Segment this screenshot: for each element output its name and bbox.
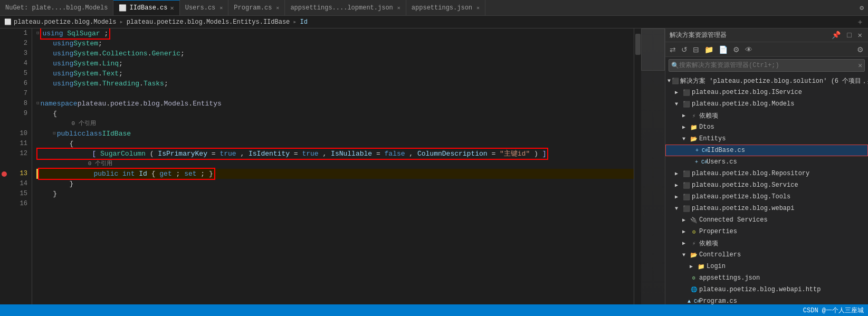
code-line-1: ⊟ using SqlSugar ; [36,28,634,39]
code-line-8: ⊟ namespace plateau . poetize . blog . M… [36,99,634,109]
ln-14: 14 [13,179,27,189]
dtos-label: Dtos [699,123,714,131]
tab-appsettings-dev[interactable]: appsettings....lopment.json ✕ [285,0,406,15]
ln-11: 11 [13,139,27,149]
toolbar-show-all-btn[interactable]: 📄 [717,44,730,55]
tree-project-service[interactable]: ▶ ⬛ plateau.poetize.blog.Service [665,179,868,191]
tree-project-webapi[interactable]: ▼ ⬛ plateau.poetize.blog.webapi [665,203,868,214]
tab-program-close[interactable]: ✕ [276,5,279,11]
code-line-4: using System . Linq ; [36,59,634,69]
ln-7: 7 [13,89,27,99]
tab-appsettings-dev-close[interactable]: ✕ [397,5,400,11]
tree-properties[interactable]: ▶ ⚙ Properties [665,226,868,237]
code-content[interactable]: ⊟ using SqlSugar ; using System ; [32,28,634,304]
tab-iidbase[interactable]: ⬜ IIdBase.cs ✕ [113,0,179,15]
tree-http-file[interactable]: 🌐 plateau.poetize.blog.webapi.http [665,284,868,295]
tab-users[interactable]: Users.cs ✕ [180,0,229,15]
gutter-2 [0,39,8,49]
webapi-arrow: ▼ [675,206,681,212]
repository-arrow: ▶ [675,170,681,177]
tree-view[interactable]: ▼ ⬛ 解决方案 'plateau.poetize.blog.solution'… [665,74,868,304]
toolbar-properties-btn[interactable]: ⚙ [731,44,742,55]
toolbar-collapse-btn[interactable]: ⊟ [691,44,701,55]
toolbar-new-folder-btn[interactable]: 📁 [702,44,716,55]
gutter-12 [0,149,8,159]
gutter-16 [0,199,8,209]
tree-models-dep[interactable]: ▶ ⚡ 依赖项 [665,110,868,121]
ln-8: 8 [13,99,27,109]
tab-nuget[interactable]: NuGet: plate....blog.Models [0,0,113,15]
toolbar-preview-btn[interactable]: 👁 [743,44,755,55]
tree-project-repository[interactable]: ▶ ⬛ plateau.poetize.blog.Repository [665,168,868,179]
tree-project-tools[interactable]: ▶ ⬛ plateau.poetize.blog.Tools [665,191,868,203]
login-label: Login [707,263,726,270]
search-clear-icon[interactable]: ✕ [858,61,862,70]
status-text: CSDN @一个人三座城 [803,306,864,315]
models-dep-icon: ⚡ [690,112,698,119]
breadcrumb-add-icon[interactable]: ＋ [856,17,864,27]
minimap [641,28,665,304]
gutter-area [0,28,8,304]
http-file-arrow [682,287,689,293]
tab-appsettings[interactable]: appsettings.json ✕ [406,0,485,15]
breakpoint-indicator [2,171,7,177]
search-input[interactable] [679,62,858,69]
search-bar[interactable]: 🔍 ✕ [669,59,865,72]
tree-webapi-program-cs[interactable]: ▲ C# Program.cs [665,295,868,304]
service-label: plateau.poetize.blog.Service [692,181,798,189]
code-ref-count-1: 0 个引用 [36,119,634,129]
toolbar-refresh-btn[interactable]: ↺ [679,44,690,55]
prop-def-box: public int Id { get ; set ; } [38,168,215,180]
solution-explorer-title: 解决方案资源管理器 [670,31,727,40]
tree-models-dtos[interactable]: ▶ 📁 Dtos [665,121,868,133]
tree-login-folder[interactable]: ▶ 📁 Login [665,261,868,272]
login-arrow: ▶ [690,263,696,270]
tab-appsettings-close[interactable]: ✕ [476,5,480,11]
webapi-program-cs-label: Program.cs [699,298,737,304]
tree-appsettings-json[interactable]: ⚙ appsettings.json [665,272,868,284]
tab-program[interactable]: Program.cs ✕ [228,0,285,15]
tree-solution-root[interactable]: ▼ ⬛ 解决方案 'plateau.poetize.blog.solution'… [665,75,868,87]
tree-webapi-dep[interactable]: ▶ ⚡ 依赖项 [665,237,868,249]
close-panel-icon[interactable]: ✕ [856,30,864,40]
code-line-12: [ SugarColumn ( IsPrimaryKey = true , Is… [36,149,634,159]
toolbar-sync-btn[interactable]: ⇄ [667,44,678,55]
editor-area[interactable]: 1 2 3 4 5 6 7 8 9 · 10 11 12 · 13 14 15 … [0,28,665,304]
maximize-icon[interactable]: □ [845,31,853,40]
tree-users-cs[interactable]: + C# Users.cs [665,156,868,168]
collapse-10[interactable]: ⊟ [53,129,55,139]
ln-10: 10 [13,129,27,139]
repository-label: plateau.poetize.blog.Repository [692,170,809,177]
gutter-13 [0,169,8,179]
gutter-10 [0,129,8,139]
tree-iidbase-cs[interactable]: + C# IIdBase.cs [665,145,868,156]
gear-icon[interactable]: ⚙ [860,4,864,12]
tree-project-iservice[interactable]: ▶ ⬛ plateau.poetize.blog.IService [665,87,868,98]
collapse-1[interactable]: ⊟ [36,28,39,39]
pin-icon[interactable]: 📌 [830,30,842,40]
connected-services-icon: 🔌 [690,217,698,224]
webapi-dep-arrow: ▶ [682,240,689,246]
code-line-16 [36,199,634,209]
editor-scrollbar[interactable] [634,28,641,304]
users-cs-label: Users.cs [707,158,737,166]
gutter-refcount-b [0,159,8,169]
webapi-program-cs-icon: ▲ C# [690,299,698,304]
tree-connected-services[interactable]: ▶ 🔌 Connected Services [665,214,868,226]
ln-12: 12 [13,149,27,159]
panel-title-bar: 解决方案资源管理器 📌 □ ✕ [665,28,868,42]
tree-project-models[interactable]: ▼ ⬛ plateau.poetize.blog.Models [665,98,868,110]
collapse-8[interactable]: ⊟ [36,99,39,109]
users-cs-icon: + C# [697,159,705,165]
tab-users-close[interactable]: ✕ [220,5,223,11]
tools-arrow: ▶ [675,194,681,200]
tab-iidbase-label: IIdBase.cs [129,4,167,12]
ln-3: 3 [13,49,27,59]
tree-controllers[interactable]: ▼ 📂 Controllers [665,249,868,261]
login-folder-icon: 📁 [697,263,705,270]
tab-appsettings-label: appsettings.json [412,4,472,12]
tree-models-entitys[interactable]: ▼ 📂 Entitys [665,133,868,145]
toolbar-settings-btn[interactable]: ⚙ [855,44,866,55]
sugar-column-box: [ SugarColumn ( IsPrimaryKey = true , Is… [36,148,548,160]
iservice-icon: ⬛ [682,89,691,96]
